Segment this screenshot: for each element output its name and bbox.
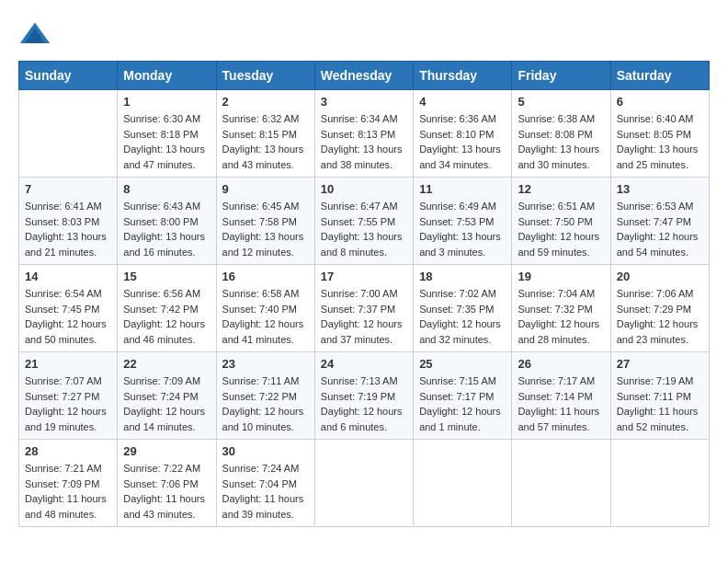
calendar-cell: 3Sunrise: 6:34 AMSunset: 8:13 PMDaylight… bbox=[314, 90, 413, 178]
day-number: 23 bbox=[222, 357, 309, 371]
column-header-wednesday: Wednesday bbox=[314, 62, 413, 90]
daylight-label: Daylight: 11 hours and 39 minutes. bbox=[222, 493, 304, 520]
day-number: 17 bbox=[321, 270, 407, 283]
day-info: Sunrise: 6:32 AMSunset: 8:15 PMDaylight:… bbox=[222, 111, 309, 172]
calendar-cell: 17Sunrise: 7:00 AMSunset: 7:37 PMDayligh… bbox=[314, 265, 413, 352]
calendar-cell: 28Sunrise: 7:21 AMSunset: 7:09 PMDayligh… bbox=[19, 440, 118, 527]
day-number: 16 bbox=[222, 270, 309, 283]
sunrise-label: Sunrise: 7:00 AM bbox=[321, 288, 398, 299]
sunset-label: Sunset: 7:24 PM bbox=[123, 391, 198, 402]
daylight-label: Daylight: 11 hours and 48 minutes. bbox=[25, 493, 107, 520]
daylight-label: Daylight: 12 hours and 1 minute. bbox=[419, 406, 501, 432]
day-info: Sunrise: 7:19 AMSunset: 7:11 PMDaylight:… bbox=[617, 373, 703, 434]
daylight-label: Daylight: 13 hours and 16 minutes. bbox=[123, 231, 205, 258]
sunset-label: Sunset: 7:27 PM bbox=[25, 391, 99, 402]
calendar-cell: 27Sunrise: 7:19 AMSunset: 7:11 PMDayligh… bbox=[610, 352, 709, 440]
calendar-cell bbox=[610, 440, 709, 527]
daylight-label: Daylight: 13 hours and 25 minutes. bbox=[617, 144, 699, 170]
day-number: 21 bbox=[25, 357, 111, 371]
calendar-cell: 7Sunrise: 6:41 AMSunset: 8:03 PMDaylight… bbox=[19, 178, 118, 265]
day-info: Sunrise: 6:53 AMSunset: 7:47 PMDaylight:… bbox=[617, 199, 703, 259]
daylight-label: Daylight: 11 hours and 52 minutes. bbox=[617, 406, 699, 432]
day-info: Sunrise: 6:38 AMSunset: 8:08 PMDaylight:… bbox=[518, 111, 604, 172]
sunrise-label: Sunrise: 7:11 AM bbox=[222, 375, 300, 386]
sunrise-label: Sunrise: 7:04 AM bbox=[518, 288, 595, 299]
sunrise-label: Sunrise: 6:41 AM bbox=[25, 201, 102, 212]
sunset-label: Sunset: 7:42 PM bbox=[123, 304, 198, 315]
calendar-cell: 29Sunrise: 7:22 AMSunset: 7:06 PMDayligh… bbox=[118, 440, 216, 527]
calendar-cell: 20Sunrise: 7:06 AMSunset: 7:29 PMDayligh… bbox=[610, 265, 709, 352]
column-header-monday: Monday bbox=[118, 62, 216, 90]
calendar-week-5: 28Sunrise: 7:21 AMSunset: 7:09 PMDayligh… bbox=[19, 440, 710, 527]
daylight-label: Daylight: 12 hours and 14 minutes. bbox=[123, 406, 205, 432]
calendar-cell bbox=[314, 440, 413, 527]
day-number: 20 bbox=[617, 270, 703, 283]
sunrise-label: Sunrise: 6:53 AM bbox=[617, 201, 694, 212]
calendar-cell: 1Sunrise: 6:30 AMSunset: 8:18 PMDaylight… bbox=[118, 90, 216, 178]
calendar-cell: 23Sunrise: 7:11 AMSunset: 7:22 PMDayligh… bbox=[216, 352, 314, 440]
daylight-label: Daylight: 13 hours and 12 minutes. bbox=[222, 231, 304, 258]
day-number: 2 bbox=[222, 95, 309, 109]
daylight-label: Daylight: 12 hours and 32 minutes. bbox=[419, 318, 501, 345]
day-info: Sunrise: 6:36 AMSunset: 8:10 PMDaylight:… bbox=[419, 111, 506, 172]
sunrise-label: Sunrise: 6:34 AM bbox=[321, 113, 398, 124]
daylight-label: Daylight: 13 hours and 43 minutes. bbox=[222, 144, 304, 170]
sunset-label: Sunset: 7:17 PM bbox=[419, 391, 494, 402]
day-info: Sunrise: 7:15 AMSunset: 7:17 PMDaylight:… bbox=[419, 373, 506, 434]
day-info: Sunrise: 7:06 AMSunset: 7:29 PMDaylight:… bbox=[617, 286, 703, 347]
day-info: Sunrise: 6:45 AMSunset: 7:58 PMDaylight:… bbox=[222, 199, 309, 259]
calendar-cell: 5Sunrise: 6:38 AMSunset: 8:08 PMDaylight… bbox=[512, 90, 610, 178]
calendar-cell bbox=[414, 440, 512, 527]
sunrise-label: Sunrise: 6:47 AM bbox=[321, 201, 398, 212]
day-info: Sunrise: 7:21 AMSunset: 7:09 PMDaylight:… bbox=[25, 461, 111, 522]
calendar-week-3: 14Sunrise: 6:54 AMSunset: 7:45 PMDayligh… bbox=[19, 265, 710, 352]
day-info: Sunrise: 6:43 AMSunset: 8:00 PMDaylight:… bbox=[123, 199, 210, 259]
day-number: 11 bbox=[419, 182, 506, 196]
sunset-label: Sunset: 7:35 PM bbox=[419, 304, 494, 315]
daylight-label: Daylight: 12 hours and 46 minutes. bbox=[123, 318, 205, 345]
sunset-label: Sunset: 7:58 PM bbox=[222, 216, 297, 227]
daylight-label: Daylight: 12 hours and 41 minutes. bbox=[222, 318, 304, 345]
daylight-label: Daylight: 11 hours and 43 minutes. bbox=[123, 493, 205, 520]
calendar-table: SundayMondayTuesdayWednesdayThursdayFrid… bbox=[18, 61, 710, 527]
sunset-label: Sunset: 8:15 PM bbox=[222, 129, 297, 140]
calendar-cell: 30Sunrise: 7:24 AMSunset: 7:04 PMDayligh… bbox=[216, 440, 314, 527]
sunrise-label: Sunrise: 6:58 AM bbox=[222, 288, 300, 299]
calendar-cell: 13Sunrise: 6:53 AMSunset: 7:47 PMDayligh… bbox=[610, 178, 709, 265]
day-number: 8 bbox=[123, 182, 210, 196]
calendar-week-1: 1Sunrise: 6:30 AMSunset: 8:18 PMDaylight… bbox=[19, 90, 710, 178]
sunset-label: Sunset: 7:50 PM bbox=[518, 216, 592, 227]
day-number: 22 bbox=[123, 357, 210, 371]
calendar-cell bbox=[19, 90, 118, 178]
sunset-label: Sunset: 8:08 PM bbox=[518, 129, 592, 140]
calendar-header: SundayMondayTuesdayWednesdayThursdayFrid… bbox=[19, 62, 710, 90]
daylight-label: Daylight: 12 hours and 28 minutes. bbox=[518, 318, 599, 345]
day-number: 18 bbox=[419, 270, 506, 283]
calendar-cell: 11Sunrise: 6:49 AMSunset: 7:53 PMDayligh… bbox=[414, 178, 512, 265]
sunrise-label: Sunrise: 6:36 AM bbox=[419, 113, 496, 124]
day-info: Sunrise: 6:58 AMSunset: 7:40 PMDaylight:… bbox=[222, 286, 309, 347]
sunrise-label: Sunrise: 7:02 AM bbox=[419, 288, 496, 299]
sunset-label: Sunset: 7:14 PM bbox=[518, 391, 592, 402]
sunrise-label: Sunrise: 6:30 AM bbox=[123, 113, 200, 124]
calendar-cell: 6Sunrise: 6:40 AMSunset: 8:05 PMDaylight… bbox=[610, 90, 709, 178]
sunset-label: Sunset: 7:45 PM bbox=[25, 304, 99, 315]
daylight-label: Daylight: 13 hours and 8 minutes. bbox=[321, 231, 403, 258]
calendar-cell: 16Sunrise: 6:58 AMSunset: 7:40 PMDayligh… bbox=[216, 265, 314, 352]
day-number: 30 bbox=[222, 444, 309, 458]
sunset-label: Sunset: 7:09 PM bbox=[25, 478, 99, 489]
sunset-label: Sunset: 7:32 PM bbox=[518, 304, 592, 315]
calendar-cell: 12Sunrise: 6:51 AMSunset: 7:50 PMDayligh… bbox=[512, 178, 610, 265]
calendar-cell: 14Sunrise: 6:54 AMSunset: 7:45 PMDayligh… bbox=[19, 265, 118, 352]
sunrise-label: Sunrise: 6:45 AM bbox=[222, 201, 300, 212]
day-info: Sunrise: 7:07 AMSunset: 7:27 PMDaylight:… bbox=[25, 373, 111, 434]
day-info: Sunrise: 6:49 AMSunset: 7:53 PMDaylight:… bbox=[419, 199, 506, 259]
daylight-label: Daylight: 12 hours and 37 minutes. bbox=[321, 318, 403, 345]
day-info: Sunrise: 7:24 AMSunset: 7:04 PMDaylight:… bbox=[222, 461, 309, 522]
column-header-saturday: Saturday bbox=[610, 62, 709, 90]
calendar-cell: 10Sunrise: 6:47 AMSunset: 7:55 PMDayligh… bbox=[314, 178, 413, 265]
day-number: 29 bbox=[123, 444, 210, 458]
daylight-label: Daylight: 13 hours and 38 minutes. bbox=[321, 144, 403, 170]
calendar-cell: 8Sunrise: 6:43 AMSunset: 8:00 PMDaylight… bbox=[118, 178, 216, 265]
daylight-label: Daylight: 12 hours and 10 minutes. bbox=[222, 406, 304, 432]
